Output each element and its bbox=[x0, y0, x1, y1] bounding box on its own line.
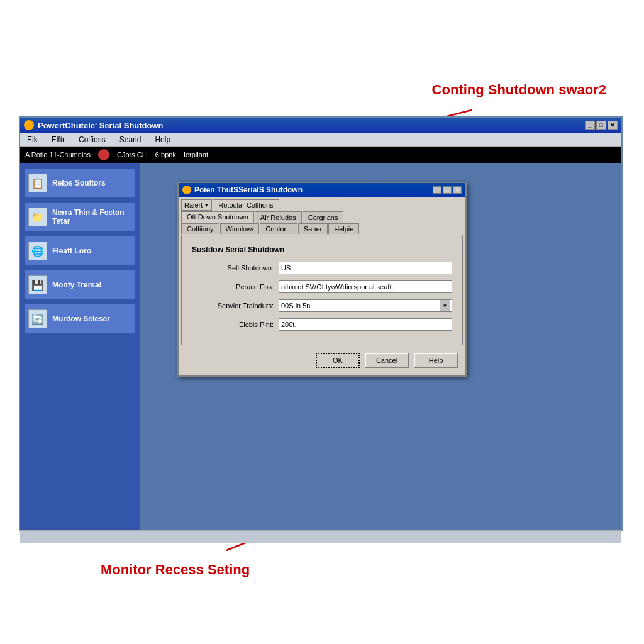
menu-help[interactable]: Help bbox=[153, 135, 172, 145]
form-row-senvlor: Senvlor Tralndurs: 00S in 5n ▼ bbox=[192, 299, 452, 312]
tab-dropdown-ralert[interactable]: Ralert ▼ bbox=[181, 199, 212, 211]
label-sell-shutdown: Sell Shutdown: bbox=[192, 264, 274, 272]
main-content: 📋 Relps Soultors 📁 Nerra Thin & Fecton T… bbox=[20, 163, 621, 530]
form-row-perace: Perace Eos: bbox=[192, 280, 452, 293]
tab-contor-label: Contor... bbox=[265, 225, 292, 233]
sidebar-label-fleaft: Fleaft Loro bbox=[52, 247, 91, 255]
minimize-button[interactable]: _ bbox=[585, 121, 595, 130]
dialog-section-title: Sustdow Serial Shutdown bbox=[192, 245, 452, 254]
tab-rotoular[interactable]: Rotoular Colffions bbox=[213, 199, 279, 211]
status-bar bbox=[20, 530, 621, 543]
annotation-bottom: Monitor Recess Seting bbox=[101, 562, 250, 578]
tab-rotoular-label: Rotoular Colffions bbox=[218, 201, 273, 209]
tab-saner[interactable]: Saner bbox=[298, 223, 328, 234]
label-elebls: Elebls Pint: bbox=[192, 321, 274, 328]
tab-ott-down-label: Ott Down Shutdown bbox=[187, 213, 248, 221]
monfy-icon: 💾 bbox=[28, 275, 47, 294]
dialog-title: Poien ThutSSerialS Shutdown bbox=[194, 186, 303, 194]
toolbar-item-1[interactable]: 6 bpnk bbox=[155, 151, 176, 158]
tab-contor[interactable]: Contor... bbox=[260, 223, 297, 234]
dialog-title-bar: Poien ThutSSerialS Shutdown _ □ ✕ bbox=[179, 183, 465, 197]
menu-colfioss[interactable]: Colfioss bbox=[77, 135, 108, 145]
dialog-app-icon bbox=[182, 186, 191, 194]
toolbar-item-2[interactable]: Ierpilant bbox=[184, 151, 208, 158]
tab-alr[interactable]: Alr Roludos bbox=[255, 211, 302, 223]
tab-coffiiony[interactable]: Coffiiony bbox=[181, 223, 219, 234]
dialog-window: Poien ThutSSerialS Shutdown _ □ ✕ Ralert bbox=[177, 182, 467, 377]
tab-helpie[interactable]: Helpie bbox=[328, 223, 359, 234]
sidebar-btn-nerra[interactable]: 📁 Nerra Thin & Fecton Tetar bbox=[24, 202, 136, 232]
tab-saner-label: Saner bbox=[304, 225, 322, 233]
main-window-title: PowertChutele' Serial Shutdown bbox=[38, 121, 164, 130]
input-sell-shutdown[interactable] bbox=[279, 262, 452, 274]
tab-alr-label: Alr Roludos bbox=[260, 214, 296, 221]
main-title-bar: PowertChutele' Serial Shutdown _ □ ✕ bbox=[20, 118, 621, 133]
tab-coffiiony-label: Coffiiony bbox=[187, 225, 214, 233]
dialog-title-left: Poien ThutSSerialS Shutdown bbox=[182, 186, 303, 194]
sidebar-label-nerra: Nerra Thin & Fecton Tetar bbox=[52, 208, 131, 226]
sidebar-btn-fleaft[interactable]: 🌐 Fleaft Loro bbox=[24, 236, 136, 266]
dialog-title-buttons: _ □ ✕ bbox=[433, 186, 462, 194]
dropdown-chevron: ▼ bbox=[204, 203, 209, 208]
title-bar-left: PowertChutele' Serial Shutdown bbox=[24, 120, 164, 130]
sidebar-label-monfy: Monfy Trersal bbox=[52, 280, 101, 289]
menu-bar: Elk Elftr Colfioss Searid Help bbox=[20, 133, 621, 147]
input-perace-eos[interactable] bbox=[279, 280, 452, 293]
menu-elk[interactable]: Elk bbox=[25, 135, 40, 145]
toolbar-item-0[interactable]: CJors CL: bbox=[117, 151, 148, 158]
dropdown-senvlor-arrow[interactable]: ▼ bbox=[440, 300, 450, 311]
tab-winnlow-label: Winnlow/ bbox=[226, 225, 254, 233]
dialog-buttons: OK Cancel Help bbox=[179, 348, 465, 375]
menu-elftr[interactable]: Elftr bbox=[50, 135, 67, 145]
cancel-button[interactable]: Cancel bbox=[365, 353, 409, 368]
tab-helpie-label: Helpie bbox=[334, 225, 353, 233]
sidebar: 📋 Relps Soultors 📁 Nerra Thin & Fecton T… bbox=[20, 163, 140, 530]
tab-corgrians[interactable]: Corgrians bbox=[303, 211, 344, 223]
murdow-icon: 🔄 bbox=[28, 309, 47, 328]
dialog-close[interactable]: ✕ bbox=[453, 186, 462, 194]
app-icon bbox=[24, 120, 34, 130]
tab-dropdown-label: Ralert bbox=[184, 201, 203, 209]
help-button[interactable]: Help bbox=[414, 353, 458, 368]
title-bar-buttons: _ □ ✕ bbox=[585, 121, 618, 130]
ok-button[interactable]: OK bbox=[316, 353, 360, 368]
dialog-tabs-area: Ralert ▼ Rotoular Colffions Ott Down Shu… bbox=[179, 197, 465, 234]
dialog-minimize[interactable]: _ bbox=[433, 186, 441, 194]
dialog-content: Sustdow Serial Shutdown Sell Shutdown: P… bbox=[181, 235, 463, 345]
tab-row-2: Ott Down Shutdown Alr Roludos Corgrians bbox=[181, 211, 463, 223]
relps-icon: 📋 bbox=[28, 174, 47, 192]
sidebar-btn-murdow[interactable]: 🔄 Murdow Seleser bbox=[24, 304, 136, 334]
toolbar-icon bbox=[98, 149, 109, 160]
tab-winnlow[interactable]: Winnlow/ bbox=[220, 223, 260, 234]
label-perace-eos: Perace Eos: bbox=[192, 283, 274, 291]
work-area: Poien ThutSSerialS Shutdown _ □ ✕ Ralert bbox=[140, 163, 621, 530]
close-button[interactable]: ✕ bbox=[608, 121, 618, 130]
label-senvlor: Senvlor Tralndurs: bbox=[192, 302, 274, 309]
nerra-icon: 📁 bbox=[28, 208, 47, 226]
tab-corgrians-label: Corgrians bbox=[308, 214, 338, 221]
dialog-maximize[interactable]: □ bbox=[443, 186, 452, 194]
dropdown-senvlor[interactable]: 00S in 5n ▼ bbox=[279, 299, 452, 312]
annotation-top: Conting Shutdown swaor2 bbox=[432, 82, 606, 98]
dropdown-senvlor-value: 00S in 5n bbox=[281, 302, 310, 309]
sidebar-label-relps: Relps Soultors bbox=[52, 179, 106, 187]
sidebar-label-murdow: Murdow Seleser bbox=[52, 314, 110, 323]
tab-row-1: Ralert ▼ Rotoular Colffions bbox=[181, 199, 463, 211]
toolbar: A Rotle 11-Chumnias CJors CL: 6 bpnk Ier… bbox=[20, 147, 621, 163]
maximize-button[interactable]: □ bbox=[596, 121, 606, 130]
toolbar-text: A Rotle 11-Chumnias bbox=[25, 151, 91, 158]
main-window: PowertChutele' Serial Shutdown _ □ ✕ Elk… bbox=[19, 116, 623, 531]
fleaft-icon: 🌐 bbox=[28, 242, 47, 260]
input-elebls-pint[interactable] bbox=[279, 318, 452, 331]
sidebar-btn-monfy[interactable]: 💾 Monfy Trersal bbox=[24, 270, 136, 300]
form-row-sell: Sell Shutdown: bbox=[192, 262, 452, 274]
menu-searid[interactable]: Searid bbox=[118, 135, 143, 145]
sidebar-btn-relps[interactable]: 📋 Relps Soultors bbox=[24, 168, 136, 198]
tab-row-3: Coffiiony Winnlow/ Contor... Saner Helpi bbox=[181, 223, 463, 234]
form-row-elebls: Elebls Pint: bbox=[192, 318, 452, 331]
tab-ott-down[interactable]: Ott Down Shutdown bbox=[181, 211, 254, 223]
